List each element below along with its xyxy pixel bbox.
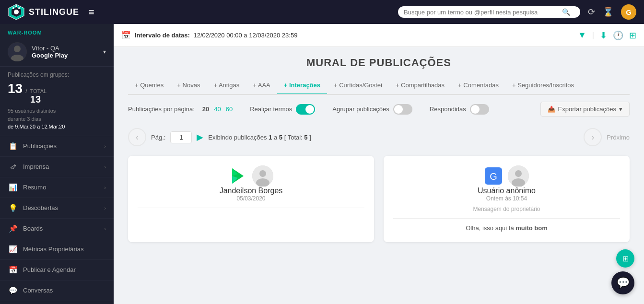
logo-icon bbox=[8, 3, 25, 21]
realcar-toggle-group: Realçar termos bbox=[250, 104, 315, 115]
tabs-bar: + Quentes + Novas + Antigas + AAA + Inte… bbox=[128, 77, 630, 95]
content-inner: MURAL DE PUBLICAÇÕES + Quentes + Novas +… bbox=[114, 47, 644, 252]
resumo-chevron-icon: › bbox=[104, 185, 106, 190]
pub-sub-info: 95 usuários distintos durante 3 dias de … bbox=[8, 107, 106, 131]
per-page-20[interactable]: 20 bbox=[202, 105, 209, 113]
card-1-divider bbox=[138, 208, 364, 208]
content-area: 📅 Intervalo de datas: 12/02/2020 00:00 a… bbox=[114, 24, 644, 304]
subbar-actions: ▼ | ⬇ 🕐 ⊞ bbox=[578, 30, 636, 41]
timer-icon[interactable]: ⌛ bbox=[603, 7, 613, 17]
download-icon[interactable]: ⬇ bbox=[600, 30, 607, 41]
sidebar-item-publicacoes[interactable]: 📋 Publicações › bbox=[0, 136, 114, 157]
export-icon: 📤 bbox=[548, 105, 555, 113]
main-area: WAR-ROOM Vítor - QA Google Play ▾ Public… bbox=[0, 24, 644, 304]
respondidas-knob bbox=[471, 105, 480, 114]
brand-name: STILINGUE bbox=[29, 7, 79, 17]
card-1: Jandeilson Borges 05/03/2020 bbox=[128, 156, 374, 242]
realcar-knob bbox=[305, 105, 314, 114]
app-container: STILINGUE ≡ 🔍 ⟳ ⌛ G WAR-ROOM bbox=[0, 0, 644, 304]
sidebar-item-descobertas[interactable]: 💡 Descobertas › bbox=[0, 198, 114, 219]
tab-seguidores[interactable]: + Seguidores/Inscritos bbox=[505, 77, 581, 95]
card-1-icons bbox=[138, 165, 364, 187]
card-2-date: Ontem às 10:54 bbox=[393, 195, 620, 202]
profile-name: Vítor - QA bbox=[32, 45, 103, 52]
pub-number: 13 bbox=[8, 81, 23, 96]
top-bar: STILINGUE ≡ 🔍 ⟳ ⌛ G bbox=[0, 0, 644, 24]
card-1-date: 05/03/2020 bbox=[138, 195, 364, 202]
notification-button[interactable]: ⊞ bbox=[616, 249, 634, 268]
sidebar-item-boards[interactable]: 📌 Boards › bbox=[0, 219, 114, 239]
hamburger-menu[interactable]: ≡ bbox=[89, 7, 94, 18]
per-page-options: 20 40 60 bbox=[202, 105, 233, 113]
card-1-name: Jandeilson Borges bbox=[138, 187, 364, 195]
publications-section: Publicações em grupos: 13 / TOTAL 13 95 … bbox=[0, 67, 114, 136]
top-icons: ⟳ ⌛ G bbox=[588, 4, 636, 20]
publicacoes-chevron-icon: › bbox=[104, 143, 106, 149]
clock-icon[interactable]: 🕐 bbox=[613, 30, 623, 41]
realcar-label: Realçar termos bbox=[250, 105, 292, 113]
sidebar-item-metricas[interactable]: 📈 Métricas Proprietárias bbox=[0, 239, 114, 260]
card-1-platform-icon bbox=[229, 167, 246, 185]
boards-icon: 📌 bbox=[8, 223, 18, 234]
calendar-icon: 📅 bbox=[121, 31, 131, 40]
tab-interacoes[interactable]: + Interações bbox=[277, 77, 327, 95]
svg-point-5 bbox=[15, 5, 17, 7]
tab-quentes[interactable]: + Quentes bbox=[128, 77, 170, 95]
search-input[interactable] bbox=[404, 9, 562, 16]
tab-novas[interactable]: + Novas bbox=[170, 77, 207, 95]
imprensa-icon: 🗞 bbox=[8, 162, 18, 172]
sidebar-item-conversas[interactable]: 💬 Conversas bbox=[0, 281, 114, 301]
resumo-icon: 📊 bbox=[8, 182, 18, 193]
sub-bar: 📅 Intervalo de datas: 12/02/2020 00:00 a… bbox=[114, 24, 644, 47]
search-bar: 🔍 bbox=[398, 6, 580, 18]
publicacoes-icon: 📋 bbox=[8, 141, 18, 152]
card-2: G bbox=[384, 156, 630, 242]
respondidas-toggle-group: Respondidas bbox=[430, 104, 489, 115]
conversas-icon: 💬 bbox=[8, 285, 18, 296]
profile-section[interactable]: Vítor - QA Google Play ▾ bbox=[0, 37, 114, 67]
svg-point-7 bbox=[14, 46, 21, 52]
controls-bar: Publicações por página: 20 40 60 Realçar… bbox=[128, 95, 630, 123]
refresh-icon[interactable]: ⟳ bbox=[588, 7, 595, 17]
agrupar-knob bbox=[394, 105, 403, 114]
card-2-icons: G bbox=[393, 165, 620, 187]
profile-info: Vítor - QA Google Play bbox=[32, 45, 103, 59]
metricas-icon: 📈 bbox=[8, 244, 18, 255]
pub-count: 13 / TOTAL 13 bbox=[8, 81, 106, 105]
agrupar-toggle[interactable] bbox=[393, 104, 412, 115]
tab-aaa[interactable]: + AAA bbox=[246, 77, 277, 95]
filter-icon[interactable]: ▼ bbox=[578, 30, 586, 40]
settings-icon[interactable]: ⊞ bbox=[629, 30, 636, 41]
sidebar-item-publicar[interactable]: 📅 Publicar e Agendar bbox=[0, 260, 114, 281]
per-page-40[interactable]: 40 bbox=[214, 105, 221, 113]
war-room-label: WAR-ROOM bbox=[0, 24, 114, 37]
profile-sub: Google Play bbox=[32, 52, 103, 59]
user-avatar[interactable]: G bbox=[621, 4, 636, 20]
page-input[interactable] bbox=[170, 131, 192, 143]
export-label: Exportar publicações bbox=[558, 105, 616, 113]
tab-comentadas[interactable]: + Comentadas bbox=[451, 77, 505, 95]
pub-total-label: TOTAL 13 bbox=[30, 88, 47, 105]
respondidas-label: Respondidas bbox=[430, 105, 466, 113]
export-button[interactable]: 📤 Exportar publicações ▾ bbox=[540, 102, 630, 117]
tab-curtidas[interactable]: + Curtidas/Gostei bbox=[327, 77, 389, 95]
per-page-label: Publicações por página: bbox=[128, 105, 195, 113]
chat-button[interactable]: 💬 bbox=[611, 271, 634, 294]
profile-avatar bbox=[8, 42, 27, 61]
descobertas-icon: 💡 bbox=[8, 203, 18, 213]
card-2-text: Olha, isso aqui tá muito bom bbox=[393, 224, 620, 232]
sidebar-item-resumo[interactable]: 📊 Resumo › bbox=[0, 177, 114, 198]
cards-grid: Jandeilson Borges 05/03/2020 bbox=[128, 151, 630, 242]
date-range-value: 12/02/2020 00:00 a 12/03/2020 23:59 bbox=[194, 32, 298, 39]
sidebar-item-imprensa[interactable]: 🗞 Imprensa › bbox=[0, 157, 114, 177]
tab-antigas[interactable]: + Antigas bbox=[207, 77, 246, 95]
svg-point-2 bbox=[14, 10, 19, 14]
realcar-toggle[interactable] bbox=[296, 104, 315, 115]
next-button[interactable]: › bbox=[584, 128, 602, 146]
card-1-avatar bbox=[252, 165, 273, 187]
prev-button[interactable]: ‹ bbox=[128, 128, 146, 146]
respondidas-toggle[interactable] bbox=[470, 104, 489, 115]
tab-compartilhadas[interactable]: + Compartilhadas bbox=[389, 77, 451, 95]
per-page-60[interactable]: 60 bbox=[226, 105, 233, 113]
svg-point-4 bbox=[18, 7, 20, 9]
